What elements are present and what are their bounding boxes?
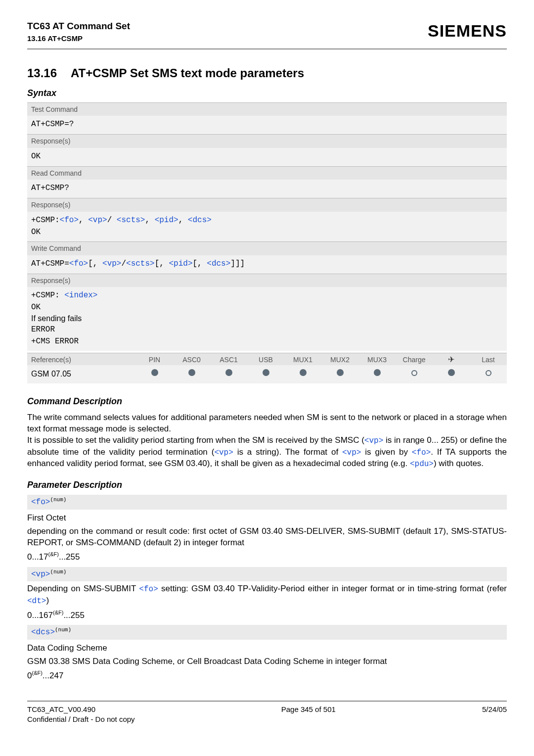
- syntax-row-label: Response(s): [27, 274, 507, 287]
- syntax-row-content: AT+CSMP=?: [27, 116, 507, 134]
- col-asc1: ASC1: [210, 355, 247, 365]
- col-mux3: MUX3: [358, 355, 396, 365]
- support-dot: [470, 368, 507, 379]
- doc-title: TC63 AT Command Set: [27, 20, 130, 33]
- dot-filled-icon: [374, 369, 381, 376]
- footer-center: Page 345 of 501: [281, 705, 336, 725]
- support-dot: [284, 368, 321, 379]
- dot-open-icon: [486, 370, 491, 376]
- references-label: Reference(s): [27, 355, 136, 365]
- footer-right: 5/24/05: [482, 705, 507, 725]
- support-dot: [321, 368, 358, 379]
- reference-header-row: Reference(s) PIN ASC0 ASC1 USB MUX1 MUX2…: [27, 353, 507, 365]
- dot-open-icon: [411, 370, 417, 376]
- param-body: Depending on SMS-SUBMIT <fo> setting: GS…: [27, 583, 507, 607]
- syntax-row-label: Test Command: [27, 102, 507, 116]
- syntax-row-content: OK: [27, 148, 507, 166]
- header-left: TC63 AT Command Set 13.16 AT+CSMP: [27, 20, 130, 44]
- param-range: 0...17(&F)...255: [27, 551, 507, 563]
- support-dot: [396, 368, 433, 379]
- page-footer: TC63_ATC_V00.490 Confidential / Draft - …: [27, 701, 507, 725]
- param-title: Data Coding Scheme: [27, 643, 507, 654]
- section-heading: 13.16AT+CSMP Set SMS text mode parameter…: [27, 65, 507, 81]
- footer-left-line1: TC63_ATC_V00.490: [27, 705, 95, 713]
- col-last: Last: [470, 355, 507, 365]
- param-body: GSM 03.38 SMS Data Coding Scheme, or Cel…: [27, 656, 507, 667]
- dot-filled-icon: [151, 369, 158, 376]
- param-range: 0...167(&F)...255: [27, 609, 507, 621]
- syntax-row-label: Response(s): [27, 198, 507, 212]
- support-dot: [247, 368, 284, 379]
- page-header: TC63 AT Command Set 13.16 AT+CSMP SIEMEN…: [27, 20, 507, 49]
- syntax-row-label: Response(s): [27, 135, 507, 148]
- param-body: depending on the command or result code:…: [27, 526, 507, 549]
- dot-filled-icon: [225, 369, 232, 376]
- dot-filled-icon: [188, 369, 195, 376]
- support-dot: [136, 368, 173, 379]
- syntax-row-content: AT+CSMP?: [27, 180, 507, 198]
- dot-filled-icon: [300, 369, 307, 376]
- param-tag: <vp>(num): [27, 567, 507, 582]
- support-dot: [173, 368, 210, 379]
- syntax-row-content: +CSMP:<fo>, <vp>/ <scts>, <pid>, <dcs>OK: [27, 212, 507, 242]
- reference-value-row: GSM 07.05: [27, 365, 507, 383]
- reference-name: GSM 07.05: [27, 369, 136, 379]
- parameter-description-heading: Parameter Description: [27, 479, 507, 491]
- param-tag: <fo>(num): [27, 495, 507, 510]
- footer-left: TC63_ATC_V00.490 Confidential / Draft - …: [27, 705, 135, 725]
- col-airplane-icon: ✈: [433, 354, 470, 365]
- doc-subtitle: 13.16 AT+CSMP: [27, 34, 130, 44]
- col-asc0: ASC0: [173, 355, 210, 365]
- col-mux1: MUX1: [284, 355, 321, 365]
- param-range: 0(&F)...247: [27, 669, 507, 682]
- support-dot: [210, 368, 247, 379]
- syntax-row-content: AT+CSMP=<fo>[, <vp>/<scts>[, <pid>[, <dc…: [27, 255, 507, 274]
- syntax-row-label: Write Command: [27, 242, 507, 255]
- brand-logo: SIEMENS: [428, 20, 507, 43]
- section-number: 13.16: [27, 65, 57, 81]
- dot-filled-icon: [337, 369, 344, 376]
- col-charge: Charge: [396, 355, 433, 365]
- command-description-heading: Command Description: [27, 395, 507, 407]
- syntax-row-content: +CSMP: <index>OKIf sending failsERROR+CM…: [27, 287, 507, 351]
- dot-filled-icon: [448, 369, 455, 376]
- footer-left-line2: Confidential / Draft - Do not copy: [27, 715, 135, 723]
- col-usb: USB: [247, 355, 284, 365]
- syntax-heading: Syntax: [27, 87, 507, 99]
- col-pin: PIN: [136, 355, 173, 365]
- syntax-table: Test CommandAT+CSMP=?Response(s)OKRead C…: [27, 102, 507, 351]
- param-tag: <dcs>(num): [27, 625, 507, 640]
- dot-filled-icon: [263, 369, 269, 376]
- param-title: First Octet: [27, 513, 507, 524]
- col-mux2: MUX2: [321, 355, 358, 365]
- section-title: AT+CSMP Set SMS text mode parameters: [71, 66, 304, 80]
- support-dot: [433, 368, 470, 379]
- support-dot: [358, 368, 396, 379]
- syntax-row-label: Read Command: [27, 166, 507, 180]
- command-description-text: The write command selects values for add…: [27, 412, 507, 470]
